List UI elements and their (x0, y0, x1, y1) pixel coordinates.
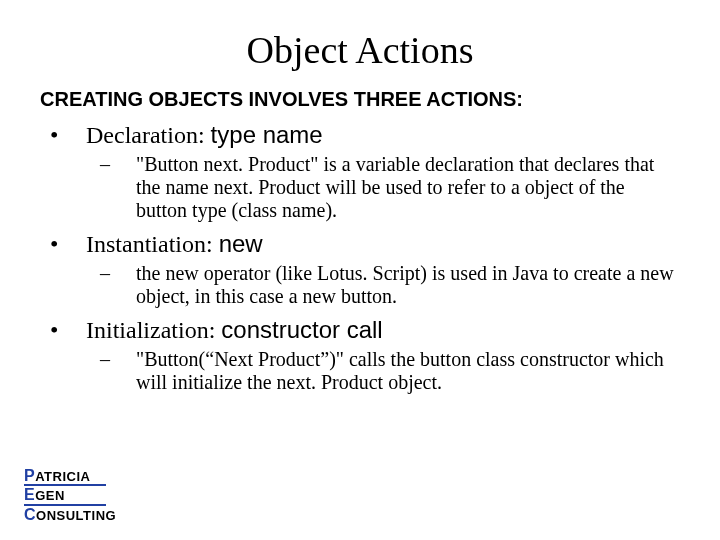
subbullet-text: the new operator (like Lotus. Script) is… (136, 262, 674, 307)
bullet-label: Declaration: (86, 122, 205, 148)
slide: Object Actions CREATING OBJECTS INVOLVES… (0, 0, 720, 540)
logo-cap: C (24, 507, 36, 522)
subbullet-text: "Button next. Product" is a variable dec… (136, 153, 654, 221)
logo-cap: P (24, 468, 35, 483)
subbullet-text: "Button(“Next Product”)" calls the butto… (136, 348, 664, 393)
slide-title: Object Actions (40, 28, 680, 72)
bullet-code: constructor call (221, 316, 382, 343)
logo-rule-icon (24, 484, 106, 486)
slide-subtitle: CREATING OBJECTS INVOLVES THREE ACTIONS: (40, 88, 680, 111)
dash-icon: – (118, 348, 136, 371)
logo-line-3: CONSULTING (24, 507, 116, 522)
subbullet-declaration: –"Button next. Product" is a variable de… (118, 153, 680, 222)
bullet-declaration: •Declaration: type name (68, 121, 680, 149)
logo-line-1: PATRICIA (24, 468, 116, 483)
logo-rest: GEN (35, 488, 65, 503)
subbullet-instantiation: –the new operator (like Lotus. Script) i… (118, 262, 680, 308)
bullet-label: Instantiation: (86, 231, 213, 257)
logo-cap: E (24, 487, 35, 502)
bullet-code: new (219, 230, 263, 257)
logo: PATRICIA EGEN CONSULTING (24, 468, 116, 522)
dash-icon: – (118, 262, 136, 285)
logo-rule-icon (24, 504, 106, 506)
logo-rest: ONSULTING (36, 508, 116, 523)
dash-icon: – (118, 153, 136, 176)
bullet-instantiation: •Instantiation: new (68, 230, 680, 258)
bullet-code: type name (211, 121, 323, 148)
bullet-dot-icon: • (68, 317, 86, 344)
bullet-dot-icon: • (68, 122, 86, 149)
logo-line-2: EGEN (24, 487, 116, 502)
bullet-label: Initialization: (86, 317, 215, 343)
bullet-dot-icon: • (68, 231, 86, 258)
bullet-initialization: •Initialization: constructor call (68, 316, 680, 344)
logo-rest: ATRICIA (35, 469, 90, 484)
subbullet-initialization: –"Button(“Next Product”)" calls the butt… (118, 348, 680, 394)
